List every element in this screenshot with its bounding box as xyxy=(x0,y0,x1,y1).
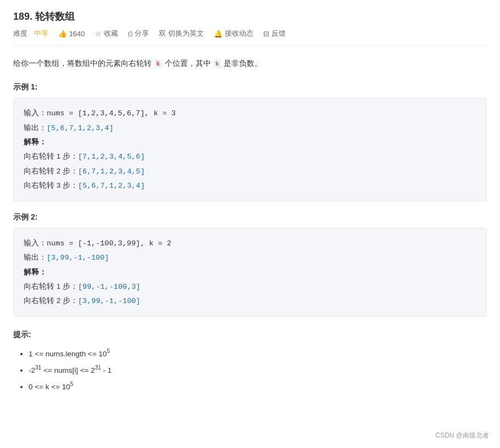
hint-item-1: 1 <= nums.length <= 105 xyxy=(29,345,487,362)
hints-section: 提示: 1 <= nums.length <= 105 -231 <= nums… xyxy=(13,330,487,395)
example2-box: 输入：nums = [-1,-100,3,99], k = 2 输出：[3,99… xyxy=(13,228,487,317)
hint-item-2: -231 <= nums[i] <= 231 - 1 xyxy=(29,362,487,378)
switch-language-button[interactable]: 双 切换为英文 xyxy=(159,29,204,38)
subscribe-button[interactable]: 🔔 接收动态 xyxy=(214,29,253,38)
star-icon: ☆ xyxy=(95,30,102,38)
difficulty-label: 难度 中等 xyxy=(13,29,48,38)
example2-title: 示例 2: xyxy=(13,212,487,222)
example1-box: 输入：nums = [1,2,3,4,5,6,7], k = 3 输出：[5,6… xyxy=(13,98,487,201)
example1-explanation-label: 解释： xyxy=(24,135,476,149)
feedback-icon: ⊟ xyxy=(263,30,269,38)
feedback-button[interactable]: ⊟ 反馈 xyxy=(263,29,286,38)
toolbar: 难度 中等 👍 1640 ☆ 收藏 ⎙ 分享 双 切换为英文 🔔 接收动态 ⊟ … xyxy=(13,29,487,46)
likes-button[interactable]: 👍 1640 xyxy=(58,30,85,38)
bell-icon: 🔔 xyxy=(214,30,223,38)
problem-description: 给你一个数组，将数组中的元素向右轮转 k 个位置，其中 k 是非负数。 xyxy=(13,55,487,71)
hint-item-3: 0 <= k <= 105 xyxy=(29,378,487,395)
translate-icon: 双 xyxy=(159,29,166,38)
example2-step1: 向右轮转 1 步：[99,-1,-100,3] xyxy=(24,279,476,294)
example2-input: 输入：nums = [-1,-100,3,99], k = 2 xyxy=(24,236,476,251)
example2-step2: 向右轮转 2 步：[3,99,-1,-100] xyxy=(24,294,476,309)
problem-title: 189. 轮转数组 xyxy=(13,10,487,23)
thumbs-up-icon: 👍 xyxy=(58,30,67,38)
hints-title: 提示: xyxy=(13,330,487,340)
difficulty-value: 中等 xyxy=(34,29,48,38)
example1-step2: 向右轮转 2 步：[6,7,1,2,3,4,5] xyxy=(24,164,476,179)
footer-credit: CSDN @南猿北者 xyxy=(435,431,489,440)
example1-input: 输入：nums = [1,2,3,4,5,6,7], k = 3 xyxy=(24,106,476,121)
example1-output: 输出：[5,6,7,1,2,3,4] xyxy=(24,121,476,136)
share-icon: ⎙ xyxy=(128,30,132,38)
example2-output: 输出：[3,99,-1,-100] xyxy=(24,250,476,265)
hints-list: 1 <= nums.length <= 105 -231 <= nums[i] … xyxy=(13,345,487,395)
example1-step3: 向右轮转 3 步：[5,6,7,1,2,3,4] xyxy=(24,178,476,193)
example2-explanation-label: 解释： xyxy=(24,265,476,279)
example1-step1: 向右轮转 1 步：[7,1,2,3,4,5,6] xyxy=(24,149,476,164)
example1-title: 示例 1: xyxy=(13,82,487,92)
collect-button[interactable]: ☆ 收藏 xyxy=(95,29,118,38)
page-container: 189. 轮转数组 难度 中等 👍 1640 ☆ 收藏 ⎙ 分享 双 切换为英文… xyxy=(0,0,500,417)
share-button[interactable]: ⎙ 分享 xyxy=(128,29,149,38)
